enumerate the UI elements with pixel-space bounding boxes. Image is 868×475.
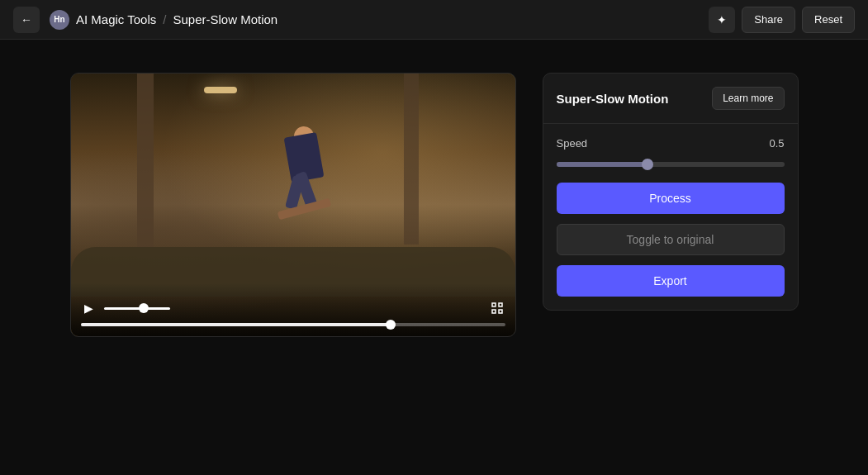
- video-controls: ▶: [71, 283, 515, 336]
- scene-light: [204, 87, 237, 93]
- speed-section: Speed 0.5: [557, 137, 785, 173]
- panel-title: Super-Slow Motion: [557, 92, 669, 106]
- play-button[interactable]: ▶: [81, 300, 97, 316]
- toggle-original-button[interactable]: Toggle to original: [557, 224, 785, 255]
- breadcrumb-main: AI Magic Tools: [76, 12, 156, 26]
- header-left: ← Hn AI Magic Tools / Super-Slow Motion: [13, 7, 277, 33]
- controls-row: ▶: [81, 300, 505, 316]
- share-button[interactable]: Share: [742, 7, 795, 33]
- speed-slider-fill: [557, 162, 647, 167]
- avatar: Hn: [50, 10, 69, 30]
- volume-thumb: [139, 303, 149, 313]
- panel-header: Super-Slow Motion Learn more: [543, 74, 798, 124]
- back-button[interactable]: ←: [13, 7, 40, 33]
- fullscreen-button[interactable]: [489, 300, 505, 316]
- svg-rect-2: [492, 310, 496, 313]
- skater-figure: [271, 126, 337, 226]
- breadcrumb-sub: Super-Slow Motion: [173, 12, 277, 26]
- svg-rect-3: [499, 310, 502, 313]
- breadcrumb-separator: /: [163, 12, 166, 26]
- main-content: ▶ Super-Slow M: [0, 40, 868, 475]
- header-right: ✦ Share Reset: [709, 7, 855, 33]
- speed-value: 0.5: [769, 137, 784, 150]
- svg-rect-0: [492, 303, 496, 306]
- breadcrumb: Hn AI Magic Tools / Super-Slow Motion: [50, 10, 277, 30]
- panel-body: Speed 0.5 Process Toggle to original Exp…: [543, 124, 798, 310]
- speed-label-row: Speed 0.5: [557, 137, 785, 150]
- reset-button[interactable]: Reset: [802, 7, 855, 33]
- progress-bar[interactable]: [81, 323, 505, 326]
- magic-tools-button[interactable]: ✦: [709, 7, 735, 33]
- process-button[interactable]: Process: [557, 183, 785, 214]
- volume-slider[interactable]: [104, 307, 170, 310]
- speed-label: Speed: [557, 137, 588, 150]
- progress-fill: [81, 323, 391, 326]
- progress-thumb: [386, 320, 396, 330]
- speed-slider-track: [557, 162, 785, 167]
- app-header: ← Hn AI Magic Tools / Super-Slow Motion …: [0, 0, 868, 40]
- speed-slider-thumb: [642, 159, 653, 170]
- export-button[interactable]: Export: [557, 265, 785, 297]
- super-slow-motion-panel: Super-Slow Motion Learn more Speed 0.5 P…: [543, 73, 799, 311]
- svg-rect-1: [499, 303, 502, 306]
- scene-pillar-left: [137, 74, 154, 258]
- video-player: ▶: [70, 73, 516, 337]
- scene-pillar-right: [404, 74, 419, 245]
- speed-slider[interactable]: [557, 156, 785, 173]
- learn-more-button[interactable]: Learn more: [712, 87, 784, 110]
